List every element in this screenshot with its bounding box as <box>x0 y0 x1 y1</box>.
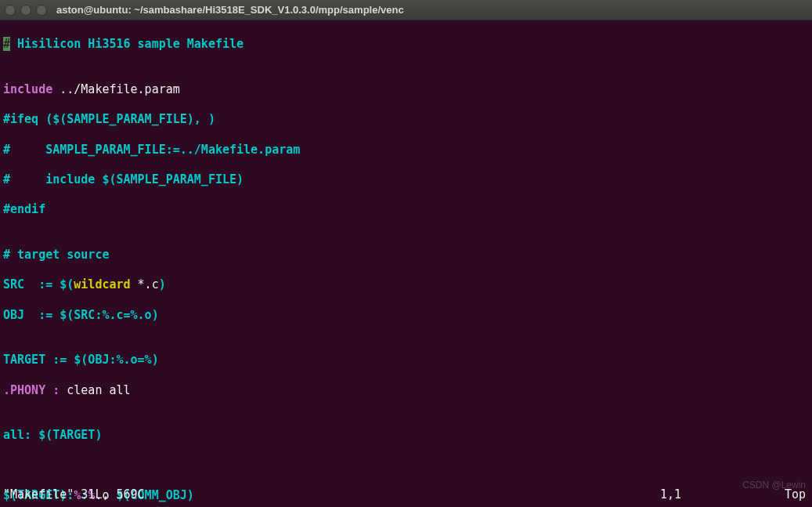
close-icon[interactable] <box>5 5 16 16</box>
code-line: .PHONY : clean all <box>3 383 809 398</box>
code-line: #ifeq ($(SAMPLE_PARAM_FILE), ) <box>3 112 809 127</box>
status-scroll: Top <box>754 487 809 502</box>
code-line: TARGET := $(OBJ:%.o=%) <box>3 353 809 368</box>
code-line: #endif <box>3 202 809 217</box>
window-title: aston@ubuntu: ~/sambashare/Hi3518E_SDK_V… <box>56 4 404 16</box>
window-titlebar: aston@ubuntu: ~/sambashare/Hi3518E_SDK_V… <box>0 0 812 20</box>
minimize-icon[interactable] <box>20 5 31 16</box>
status-file: "Makefile" 31L, 569C <box>3 487 660 502</box>
maximize-icon[interactable] <box>36 5 47 16</box>
terminal[interactable]: # Hisilicon Hi3516 sample Makefile inclu… <box>0 20 812 507</box>
cursor: # <box>3 37 10 51</box>
code-line: # Hisilicon Hi3516 sample Makefile <box>3 37 809 52</box>
vim-statusline: "Makefile" 31L, 569C 1,1 Top <box>3 487 809 502</box>
code-line: # include $(SAMPLE_PARAM_FILE) <box>3 172 809 187</box>
code-line: # SAMPLE_PARAM_FILE:=../Makefile.param <box>3 143 809 158</box>
code-line: OBJ := $(SRC:%.c=%.o) <box>3 308 809 323</box>
code-line: # target source <box>3 248 809 263</box>
code-line: all: $(TARGET) <box>3 428 809 443</box>
code-line: SRC := $(wildcard *.c) <box>3 277 809 292</box>
status-cursor: 1,1 <box>660 487 754 502</box>
code-line: include ../Makefile.param <box>3 82 809 97</box>
